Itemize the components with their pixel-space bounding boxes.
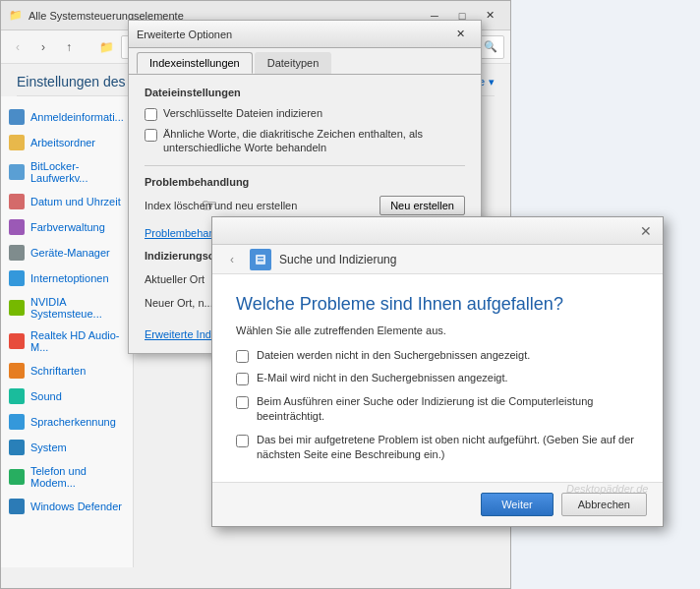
checkbox-aehnlich-input[interactable] — [145, 129, 157, 142]
rebuild-button[interactable]: Neu erstellen — [379, 196, 465, 215]
system-icon — [9, 440, 25, 455]
nvidia-icon — [9, 300, 25, 316]
sidebar-item-datum[interactable]: Datum und Uhrzeit — [1, 189, 133, 214]
sidebar-item-sprache[interactable]: Spracherkennung — [1, 409, 133, 435]
sidebar-item-telefon[interactable]: Telefon und Modem... — [1, 460, 133, 494]
sidebar-item-defender[interactable]: Windows Defender — [1, 494, 133, 519]
checkbox-verschluesselt-label: Verschlüsselte Dateien indizieren — [163, 106, 322, 120]
cp-search-icon: 🔍 — [484, 40, 497, 53]
telefon-icon — [9, 469, 25, 485]
sidebar-item-farbverwaltung[interactable]: Farbverwaltung — [1, 214, 133, 240]
sidebar-item-label: Farbverwaltung — [30, 221, 105, 233]
problem-title: Problembehandlung — [145, 176, 465, 188]
sidebar-item-label: Arbeitsordner — [30, 137, 95, 148]
sidebar-item-label: BitLocker-Laufwerkv... — [30, 160, 125, 184]
advanced-titlebar: Erweiterte Optionen ✕ — [129, 21, 481, 48]
ts-main-title: Welche Probleme sind Ihnen aufgefallen? — [236, 294, 639, 315]
cp-header-title: Einstellungen des C — [17, 74, 140, 89]
sidebar-item-label: Datum und Uhrzeit — [30, 196, 121, 207]
rebuild-label: Index löschen und neu erstellen — [145, 200, 372, 211]
checkbox-aehnlich: Ähnliche Worte, die diakritische Zeichen… — [145, 127, 465, 155]
tab-indexeinstellungen[interactable]: Indexeinstellungen — [137, 52, 253, 74]
sidebar-item-label: System — [30, 442, 67, 453]
checkbox-verschluesselt: Verschlüsselte Dateien indizieren — [145, 106, 465, 121]
ts-checkbox-list: Dateien werden nicht in den Suchergebnis… — [236, 348, 639, 462]
sidebar-item-nvidia[interactable]: NVIDIA Systemsteue... — [1, 291, 133, 324]
weiter-button[interactable]: Weiter — [481, 493, 554, 516]
problem-section: Problembehandlung Index löschen und neu … — [145, 165, 465, 215]
ts-body: Welche Probleme sind Ihnen aufgefallen? … — [212, 274, 663, 482]
arbeitsordner-icon — [9, 135, 25, 150]
sidebar-item-realtek[interactable]: Realtek HD Audio-M... — [1, 324, 133, 358]
sidebar-item-label: Realtek HD Audio-M... — [30, 329, 125, 353]
advanced-title-text: Erweiterte Optionen — [137, 29, 232, 40]
checkbox-verschluesselt-input[interactable] — [145, 108, 157, 121]
defender-icon — [9, 499, 25, 514]
ts-checkbox-label-3: Das bei mir aufgetretene Problem ist obe… — [257, 433, 639, 463]
anmeldeinformationen-icon — [9, 109, 25, 125]
cp-forward-btn[interactable]: › — [32, 36, 54, 58]
cp-view-chevron[interactable]: ▾ — [489, 76, 495, 88]
ts-sub-text: Wählen Sie alle zutreffenden Elemente au… — [236, 324, 639, 336]
ts-checkbox-2[interactable] — [236, 396, 249, 409]
ts-wizard-icon — [250, 249, 271, 270]
cp-up-btn[interactable]: ↑ — [58, 36, 80, 58]
sidebar-item-label: Windows Defender — [30, 501, 122, 512]
cp-folder-btn[interactable]: 📁 — [95, 36, 117, 58]
ts-checkbox-label-0: Dateien werden nicht in den Suchergebnis… — [257, 348, 530, 363]
sidebar-item-geraete[interactable]: Geräte-Manager — [1, 240, 133, 265]
sidebar-item-label: Sound — [30, 390, 62, 402]
sprache-icon — [9, 414, 25, 430]
schrift-icon — [9, 363, 25, 379]
sidebar-item-system[interactable]: System — [1, 435, 133, 460]
tab-dateitypen[interactable]: Dateitypen — [255, 52, 332, 74]
svg-rect-2 — [258, 260, 263, 262]
ts-checkbox-item-3: Das bei mir aufgetretene Problem ist obe… — [236, 433, 639, 463]
sidebar-item-schriftarten[interactable]: Schriftarten — [1, 358, 133, 383]
advanced-win-controls: ✕ — [447, 25, 473, 44]
ts-titlebar: ✕ — [212, 217, 663, 245]
sidebar-item-label: Schriftarten — [30, 365, 86, 377]
abbrechen-button[interactable]: Abbrechen — [561, 493, 647, 516]
sidebar-item-sound[interactable]: Sound — [1, 383, 133, 409]
ts-nav-bar: ‹ Suche und Indizierung — [212, 245, 663, 274]
ts-checkbox-3[interactable] — [236, 435, 249, 447]
advanced-tabs-bar: Indexeinstellungen Dateitypen — [129, 48, 481, 75]
datei-section-title: Dateieinstellungen — [145, 87, 465, 98]
ts-checkbox-label-1: E-Mail wird nicht in den Suchergebnissen… — [257, 371, 508, 385]
sidebar-item-label: Spracherkennung — [30, 416, 116, 428]
cp-back-btn[interactable]: ‹ — [7, 36, 29, 58]
sidebar-item-internet[interactable]: Internetoptionen — [1, 265, 133, 291]
ts-back-btn[interactable]: ‹ — [222, 250, 242, 269]
geraete-icon — [9, 245, 25, 261]
sidebar-item-label: Geräte-Manager — [30, 247, 110, 259]
ts-checkbox-0[interactable] — [236, 350, 249, 363]
svg-rect-1 — [258, 257, 263, 259]
sidebar-item-arbeitsordner[interactable]: Arbeitsordner — [1, 130, 133, 155]
cp-folder-icon: 📁 — [9, 9, 23, 22]
ts-nav-title: Suche und Indizierung — [279, 253, 396, 266]
ts-checkbox-1[interactable] — [236, 373, 249, 385]
ts-checkbox-item-2: Beim Ausführen einer Suche oder Indizier… — [236, 394, 639, 425]
realtek-icon — [9, 333, 25, 349]
sidebar-item-label: NVIDIA Systemsteue... — [30, 296, 125, 320]
sidebar-item-label: Anmeldeinformati... — [30, 111, 124, 123]
ts-checkbox-item-0: Dateien werden nicht in den Suchergebnis… — [236, 348, 639, 363]
rebuild-row: Index löschen und neu erstellen Neu erst… — [145, 196, 465, 215]
sidebar-item-label: Telefon und Modem... — [30, 465, 125, 489]
ts-checkbox-label-2: Beim Ausführen einer Suche oder Indizier… — [257, 394, 639, 425]
ts-footer: Weiter Abbrechen — [212, 482, 663, 526]
farb-icon — [9, 219, 25, 235]
advanced-close-btn[interactable]: ✕ — [447, 25, 473, 44]
ts-checkbox-item-1: E-Mail wird nicht in den Suchergebnissen… — [236, 371, 639, 385]
sidebar-item-label: Internetoptionen — [30, 272, 109, 284]
checkbox-aehnlich-label: Ähnliche Worte, die diakritische Zeichen… — [163, 127, 465, 155]
sidebar-item-anmeldeinformationen[interactable]: Anmeldeinformati... — [1, 104, 133, 130]
sound-icon — [9, 388, 25, 404]
cp-sidebar: Anmeldeinformati... Arbeitsordner BitLoc… — [1, 96, 134, 567]
ts-close-btn[interactable]: ✕ — [637, 222, 655, 240]
datum-icon — [9, 194, 25, 209]
bitlocker-icon — [9, 164, 25, 180]
sidebar-item-bitlocker[interactable]: BitLocker-Laufwerkv... — [1, 155, 133, 189]
dialog-troubleshoot: ✕ Desktopädder.de ‹ Suche und Indizierun… — [211, 216, 664, 527]
